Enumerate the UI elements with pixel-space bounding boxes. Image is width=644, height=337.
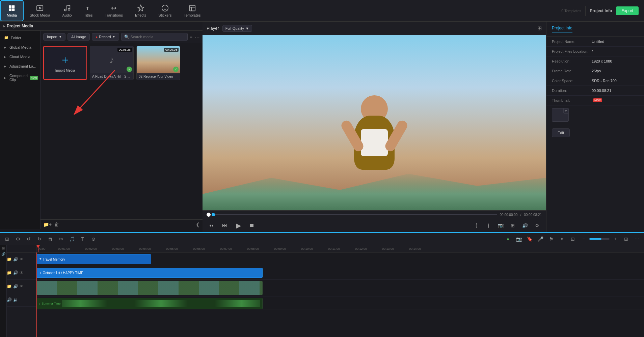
media-item-audio[interactable]: ♪ 00:03:26 ✓ A Road Down A Hill - Summ..… [90, 46, 134, 80]
project-info-tab[interactable]: Project Info [590, 8, 612, 13]
search-input[interactable] [131, 35, 185, 39]
toolbar-effects[interactable]: Effects [129, 0, 152, 21]
timeline-split-btn[interactable]: ⊘ [89, 235, 98, 243]
track-clip-video[interactable] [36, 281, 263, 295]
export-button[interactable]: Export [616, 6, 639, 15]
track-clip-summer-time[interactable]: ♪ Summer Time [36, 298, 263, 309]
more-options-icon[interactable]: ⋯ [194, 34, 200, 40]
import-button[interactable]: Import ▼ [43, 33, 65, 41]
toolbar-audio[interactable]: Audio [56, 0, 78, 21]
track3-folder-icon[interactable]: 📁 [7, 284, 12, 289]
media-item-video[interactable]: 00:00:08 ✓ 02 Replace Your Video [136, 46, 180, 80]
zoom-control: － ＋ [579, 235, 620, 243]
playhead-dot [207, 213, 211, 217]
svg-rect-2 [9, 8, 11, 10]
toolbar-titles[interactable]: T Titles [78, 0, 99, 21]
quality-selector[interactable]: Full Quality ▼ [222, 25, 252, 32]
audio-thumbnail: ♪ 00:03:26 ✓ [90, 46, 133, 73]
toolbar-templates[interactable]: Templates [178, 0, 207, 21]
ruler-playhead [38, 245, 38, 252]
toolbar-transitions[interactable]: Transitions [99, 0, 129, 21]
thumbnail-label: Thumbnail: [552, 98, 589, 102]
quality-dropdown-icon: ▼ [245, 26, 249, 30]
fullscreen-btn[interactable]: ⊞ [508, 221, 517, 230]
track2-audio-icon[interactable]: 🔊 [13, 270, 18, 275]
toolbar-stickers[interactable]: Stickers [152, 0, 178, 21]
track-row-4: ♪ Summer Time [36, 296, 644, 310]
timeline-crop-btn[interactable]: ⊡ [568, 235, 577, 243]
project-info-tab-label[interactable]: Project Info [552, 26, 572, 32]
global-expand-icon: ▶ [4, 46, 6, 49]
track1-folder-icon[interactable]: 📁 [7, 257, 12, 262]
step-back-btn[interactable]: ⏭ [220, 221, 230, 230]
sidebar-item-compound-clip[interactable]: ▶ Compound Clip NEW [0, 71, 40, 85]
clip-title-icon-1: T [39, 258, 42, 261]
zoom-out-btn[interactable]: － [579, 235, 588, 243]
timeline-effect-btn[interactable]: ✦ [558, 235, 566, 243]
ruler-mark-12: 00:12:00 [355, 247, 367, 250]
sidebar-item-folder[interactable]: 📁 Folder [0, 33, 40, 43]
project-media-header: ▶ Project Media [0, 22, 203, 31]
tl-icon-1[interactable]: ⊞ [2, 246, 5, 250]
sidebar-item-adjustment[interactable]: ▶ Adjustment La... [0, 62, 40, 71]
adjustment-expand-icon: ▶ [4, 65, 6, 68]
track-clip-october[interactable]: T October 1st / HAPPY TIME [36, 268, 263, 278]
track2-folder-icon[interactable]: 📁 [7, 270, 12, 275]
import-media-item[interactable]: ＋ Import Media [43, 46, 87, 80]
add-folder-icon[interactable]: 📁+ [43, 222, 52, 227]
play-btn[interactable]: ▶ [234, 221, 243, 230]
timeline-mic-btn[interactable]: 🎤 [536, 235, 545, 243]
volume-btn[interactable]: 🔊 [520, 221, 530, 230]
mark-out-btn[interactable]: } [484, 221, 493, 230]
track3-eye-icon[interactable]: 👁 [20, 284, 24, 289]
svg-rect-1 [12, 5, 15, 7]
tl-icon-2[interactable]: 🔗 [1, 252, 5, 256]
timeline-cut-btn[interactable]: ✂ [57, 235, 65, 243]
timeline-add-track-btn[interactable]: ⊞ [3, 235, 11, 243]
timeline-magnet-btn[interactable]: ⚙ [14, 235, 22, 243]
timeline-redo-btn[interactable]: ↻ [35, 235, 44, 243]
mark-in-btn[interactable]: { [472, 221, 481, 230]
sidebar-item-global-media[interactable]: ▶ Global Media [0, 43, 40, 52]
left-top-area: 📁 Folder ▶ Global Media ▶ Cloud Media ▶ … [0, 31, 203, 229]
timeline-delete-btn[interactable]: 🗑 [46, 235, 55, 243]
zoom-in-btn[interactable]: ＋ [611, 235, 620, 243]
timeline-flag-btn[interactable]: ⚑ [547, 235, 556, 243]
prev-frame-btn[interactable]: ⏮ [207, 221, 216, 230]
record-button[interactable]: ● Record ▼ [92, 33, 119, 41]
progress-bar[interactable] [213, 214, 497, 215]
track3-audio-icon[interactable]: 🔊 [13, 284, 18, 289]
track4-vol-icon[interactable]: 🔉 [13, 297, 18, 302]
track-clip-travel-memory[interactable]: T Travel Memory [36, 254, 151, 264]
track1-eye-icon[interactable]: 👁 [20, 257, 24, 262]
timeline-record-btn[interactable]: ● [504, 235, 512, 243]
settings-btn[interactable]: ⚙ [532, 221, 542, 230]
snapshot-btn[interactable]: 📷 [496, 221, 505, 230]
track2-eye-icon[interactable]: 👁 [20, 270, 24, 275]
player-settings-icon[interactable]: ⊞ [537, 25, 542, 31]
timeline-detach-audio-btn[interactable]: 🎵 [68, 235, 76, 243]
stop-btn[interactable]: ⏹ [247, 221, 257, 230]
timeline-more-btn[interactable]: ⋯ [633, 235, 641, 243]
timeline-text-btn[interactable]: T [78, 235, 87, 243]
timeline-undo-btn[interactable]: ↺ [24, 235, 33, 243]
filter-icon[interactable]: ≡ [190, 34, 192, 40]
timeline-camera-btn[interactable]: 📷 [514, 235, 523, 243]
import-media-label: Import Media [53, 67, 77, 74]
toolbar-stock-media[interactable]: Stock Media [24, 0, 56, 21]
timeline-bookmark-btn[interactable]: 🔖 [525, 235, 534, 243]
collapse-panel-btn[interactable]: ❮ [196, 222, 200, 227]
toolbar-media[interactable]: Media [0, 0, 24, 21]
ai-image-button[interactable]: AI Image [68, 33, 90, 41]
thumbnail-edit-btn[interactable]: ✏ [563, 108, 569, 114]
edit-button[interactable]: Edit [552, 128, 570, 137]
player-side-controls: { } 📷 ⊞ 🔊 ⚙ [472, 221, 542, 230]
current-time: 00:00:00:00 [500, 213, 518, 217]
track4-audio-icon[interactable]: 🔊 [7, 297, 12, 302]
zoom-slider[interactable] [589, 238, 610, 240]
search-box[interactable]: 🔍 [121, 33, 188, 41]
timeline-grid-btn[interactable]: ⊞ [622, 235, 630, 243]
sidebar-item-cloud-media[interactable]: ▶ Cloud Media [0, 52, 40, 62]
track1-audio-icon[interactable]: 🔊 [13, 257, 18, 262]
delete-icon[interactable]: 🗑 [54, 222, 59, 227]
